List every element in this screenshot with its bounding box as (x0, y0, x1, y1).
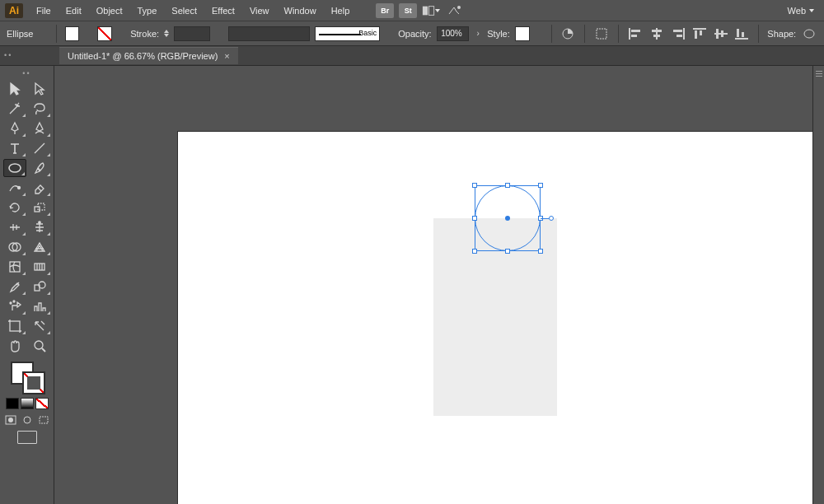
align-hcenter-button[interactable] (648, 26, 665, 41)
lasso-tool[interactable] (28, 100, 51, 118)
recolor-artwork-button[interactable] (560, 26, 577, 41)
canvas-area[interactable] (54, 66, 812, 504)
tabstrip-handle-icon[interactable]: •• (4, 51, 12, 59)
handle-bot-left[interactable] (472, 249, 477, 254)
bridge-button[interactable]: Br (376, 3, 394, 18)
ellipse-selection[interactable] (475, 185, 541, 251)
shaper-tool[interactable] (3, 179, 26, 197)
menu-type[interactable]: Type (131, 2, 164, 19)
opacity-field[interactable]: 100% (437, 26, 470, 41)
line-segment-tool[interactable] (28, 139, 51, 157)
menu-select[interactable]: Select (165, 2, 204, 19)
stroke-weight-down[interactable] (164, 34, 169, 37)
gradient-tool[interactable] (28, 258, 51, 276)
opacity-dropdown[interactable]: › (474, 29, 482, 38)
draw-inside-button[interactable] (37, 414, 50, 426)
center-point-icon[interactable] (505, 216, 510, 221)
document-tab[interactable]: Untitled-1* @ 66.67% (RGB/Preview) × (59, 47, 238, 64)
handle-top-mid[interactable] (505, 183, 510, 188)
svg-point-5 (804, 30, 814, 38)
handle-top-left[interactable] (472, 183, 477, 188)
type-tool[interactable] (3, 139, 26, 157)
document-tab-title: Untitled-1* @ 66.67% (RGB/Preview) (68, 51, 218, 61)
blend-tool[interactable] (28, 278, 51, 296)
handle-bot-mid[interactable] (505, 249, 510, 254)
menu-help[interactable]: Help (325, 2, 357, 19)
stroke-weight-up[interactable] (164, 30, 169, 33)
chevron-down-icon (435, 9, 440, 12)
screen-mode-button[interactable] (17, 431, 37, 444)
color-mode-gradient[interactable] (21, 398, 34, 409)
control-bar: Ellipse Stroke: Basic Opacity: 100% › St… (0, 21, 824, 46)
artboard-tool[interactable] (3, 317, 26, 335)
stock-button[interactable]: St (399, 3, 417, 18)
pen-tool[interactable] (3, 119, 26, 138)
menu-window[interactable]: Window (278, 2, 323, 19)
close-icon[interactable]: × (224, 51, 229, 61)
stroke-label: Stroke: (130, 29, 159, 39)
shape-options-button[interactable] (801, 26, 817, 41)
brush-definition[interactable]: Basic (315, 26, 380, 41)
perspective-grid-tool[interactable] (28, 238, 51, 256)
eraser-tool[interactable] (28, 179, 51, 197)
rotate-tool[interactable] (3, 198, 26, 217)
color-mode-solid[interactable] (6, 398, 19, 409)
eyedropper-tool[interactable] (3, 278, 26, 296)
draw-mode-row (4, 414, 50, 426)
handle-bot-right[interactable] (538, 249, 543, 254)
draw-normal-button[interactable] (4, 414, 17, 426)
mesh-tool[interactable] (3, 258, 26, 276)
gpu-preview-button[interactable] (445, 3, 463, 18)
align-top-button[interactable] (691, 26, 708, 41)
scale-tool[interactable] (28, 198, 51, 217)
stroke-swatch[interactable] (97, 26, 112, 41)
menu-effect[interactable]: Effect (205, 2, 241, 19)
draw-behind-button[interactable] (21, 414, 34, 426)
free-transform-tool[interactable] (28, 218, 51, 236)
selection-tool[interactable] (3, 80, 26, 98)
stroke-weight-field[interactable] (174, 26, 210, 41)
tools-panel: •• (0, 66, 54, 504)
width-tool[interactable] (3, 218, 26, 236)
dock-grip-icon[interactable] (816, 71, 822, 77)
right-panel-dock[interactable] (812, 66, 824, 504)
menu-object[interactable]: Object (90, 2, 129, 19)
align-vcenter-button[interactable] (713, 26, 729, 41)
align-left-button[interactable] (627, 26, 644, 41)
rotate-handle[interactable] (549, 216, 554, 221)
shape-builder-tool[interactable] (3, 238, 26, 256)
zoom-tool[interactable] (28, 337, 51, 355)
artboard[interactable] (178, 132, 812, 504)
column-graph-tool[interactable] (28, 297, 51, 315)
stroke-color-swatch[interactable] (22, 371, 45, 394)
symbol-sprayer-tool[interactable] (3, 297, 26, 315)
selection-type-label: Ellipse (7, 29, 48, 39)
color-mode-none[interactable] (35, 398, 49, 409)
paintbrush-tool[interactable] (28, 159, 51, 177)
ellipse-tool[interactable] (3, 159, 26, 177)
align-right-button[interactable] (670, 26, 686, 41)
fill-stroke-control[interactable] (9, 360, 45, 394)
handle-top-right[interactable] (538, 183, 543, 188)
graphic-style-swatch[interactable] (515, 26, 530, 41)
magic-wand-tool[interactable] (3, 100, 26, 118)
svg-rect-4 (597, 29, 606, 39)
align-bottom-button[interactable] (733, 26, 750, 41)
svg-point-8 (17, 187, 20, 189)
svg-rect-14 (10, 262, 20, 272)
rotate-connector (541, 218, 549, 219)
align-to-button[interactable] (593, 26, 610, 41)
curvature-tool[interactable] (28, 119, 51, 138)
hand-tool[interactable] (3, 337, 26, 355)
arrange-documents-button[interactable] (422, 3, 440, 18)
fill-swatch[interactable] (65, 26, 80, 41)
direct-selection-tool[interactable] (28, 80, 51, 98)
menu-edit[interactable]: Edit (59, 2, 88, 19)
tools-panel-handle-icon[interactable]: •• (22, 69, 30, 77)
variable-width-profile[interactable] (228, 26, 310, 41)
menu-file[interactable]: File (30, 2, 58, 19)
handle-mid-left[interactable] (472, 216, 477, 221)
slice-tool[interactable] (28, 317, 51, 335)
workspace-switcher[interactable]: Web (783, 2, 819, 19)
menu-view[interactable]: View (243, 2, 276, 19)
